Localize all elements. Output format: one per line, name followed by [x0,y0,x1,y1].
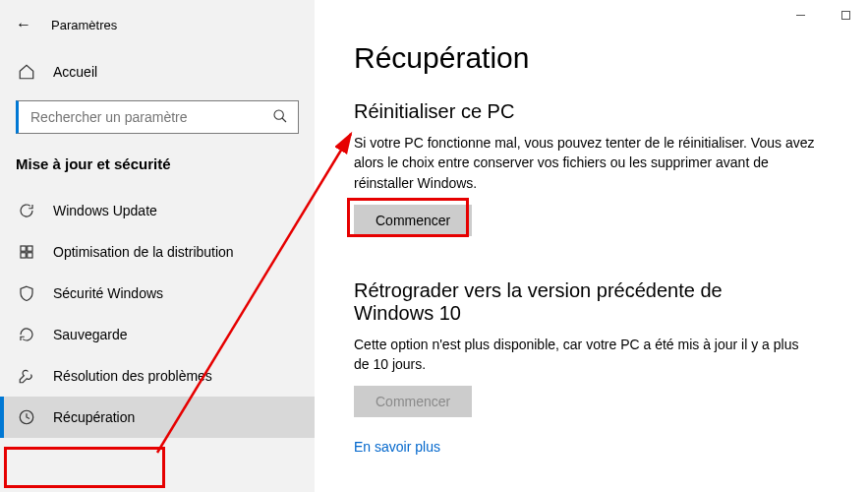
home-icon [16,63,37,81]
svg-rect-5 [28,253,32,258]
back-icon[interactable]: ← [16,16,31,33]
maximize-button[interactable] [823,0,868,30]
sidebar-item-windows-update[interactable]: Windows Update [0,190,315,231]
sidebar-item-windows-security[interactable]: Sécurité Windows [0,273,315,314]
network-icon [16,243,37,261]
search-icon [272,108,288,127]
svg-rect-8 [841,11,849,19]
wrench-icon [16,367,37,385]
home-label: Accueil [53,64,97,80]
minimize-button[interactable] [778,0,823,30]
learn-more-link[interactable]: En savoir plus [354,439,440,455]
sidebar-item-label: Sécurité Windows [53,285,163,301]
search-input[interactable] [16,100,299,134]
rollback-heading: Rétrograder vers la version précédente d… [354,279,806,325]
sidebar-item-backup[interactable]: Sauvegarde [0,314,315,355]
sidebar-item-delivery-optimization[interactable]: Optimisation de la distribution [0,231,315,273]
svg-rect-2 [21,246,26,251]
group-heading: Mise à jour et sécurité [0,148,315,184]
search-field[interactable] [29,108,272,126]
sidebar-item-label: Windows Update [53,203,157,218]
svg-rect-3 [28,246,32,251]
sync-icon [16,202,37,219]
home-button[interactable]: Accueil [0,53,315,91]
page-title: Récupération [354,41,829,75]
sidebar-item-recovery[interactable]: Récupération [0,397,315,438]
rollback-description: Cette option n'est plus disponible, car … [354,335,816,375]
sidebar-item-troubleshoot[interactable]: Résolution des problèmes [0,355,315,397]
svg-point-0 [274,110,283,119]
recovery-icon [16,408,37,426]
reset-description: Si votre PC fonctionne mal, vous pouvez … [354,133,816,193]
sidebar-item-label: Résolution des problèmes [53,368,212,384]
svg-line-1 [282,118,286,122]
sidebar-item-label: Récupération [53,409,135,425]
sidebar-item-label: Sauvegarde [53,327,128,342]
app-title: Paramètres [51,18,117,32]
reset-heading: Réinitialiser ce PC [354,100,829,123]
shield-icon [16,284,37,302]
sidebar-item-label: Optimisation de la distribution [53,244,234,260]
rollback-start-button: Commencer [354,386,472,417]
backup-icon [16,326,37,343]
svg-rect-4 [21,253,26,258]
reset-start-button[interactable]: Commencer [354,205,472,236]
